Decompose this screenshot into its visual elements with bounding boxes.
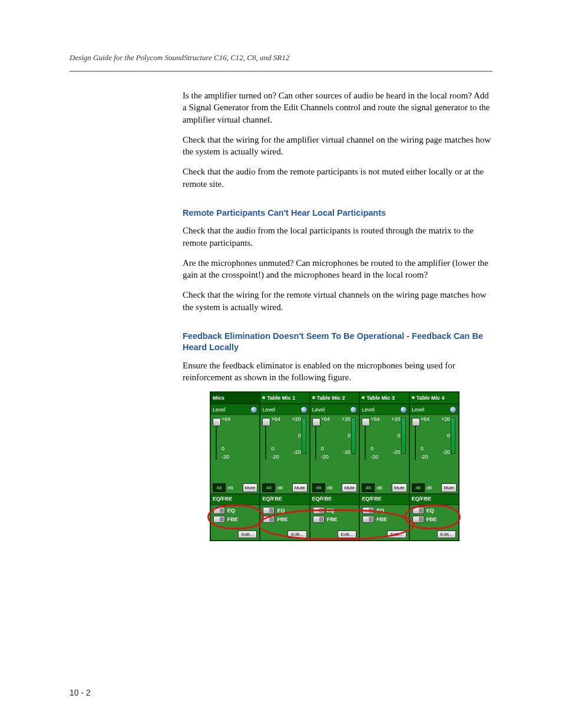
dot-icon (362, 396, 365, 399)
meter-scale: -20 (293, 449, 301, 455)
scale-label: +64 (371, 416, 379, 422)
expand-icon[interactable] (350, 406, 357, 413)
eq-body: EQ FBE Edit... (310, 505, 359, 540)
level-header[interactable]: Level (310, 404, 359, 415)
mute-button[interactable]: Mute (292, 483, 308, 492)
meter-scale: -20 (343, 449, 351, 455)
scale-label: -20 (421, 454, 428, 460)
channel-title: Table Mic 3 (360, 393, 408, 404)
meter-scale: -20 (442, 449, 450, 455)
channel-title: Mics (211, 393, 259, 404)
scale-label: +64 (271, 416, 280, 422)
channel-title-text: Table Mic 3 (366, 395, 395, 401)
eq-toggle-label: EQ (327, 508, 335, 513)
edit-button[interactable]: Edit... (437, 531, 456, 538)
fbe-toggle[interactable] (412, 516, 424, 523)
fader-thumb[interactable] (362, 418, 370, 426)
level-header[interactable]: Level (211, 404, 259, 415)
eq-toggle[interactable] (313, 507, 325, 514)
fbe-toggle[interactable] (213, 516, 225, 523)
fbe-toggle-label: FBE (376, 516, 387, 522)
gain-value[interactable]: 48 (262, 483, 275, 492)
fader-thumb[interactable] (412, 418, 420, 426)
mute-button[interactable]: Mute (342, 483, 357, 492)
scale-label: 0 (222, 446, 224, 452)
meter-scale: 0 (348, 433, 351, 439)
fbe-toggle[interactable] (263, 516, 275, 523)
eq-toggle[interactable] (213, 507, 225, 514)
level-label: Level (362, 407, 375, 413)
fader-thumb[interactable] (312, 418, 320, 426)
eq-toggle-label: EQ (227, 508, 235, 513)
mute-button[interactable]: Mute (243, 483, 258, 492)
section-heading-feedback: Feedback Elimination Doesn't Seem To Be … (183, 331, 495, 354)
scale-label: -20 (271, 454, 279, 460)
paragraph: Check that the wiring for the remote vir… (183, 289, 495, 313)
channel-strip-mic3: Table Mic 3 Level +64 0 -20 +20 0 -20 48… (359, 393, 408, 540)
fader-thumb[interactable] (213, 418, 221, 426)
eq-toggle[interactable] (412, 507, 424, 514)
unit-label: dB (277, 485, 283, 490)
fader-area: +64 0 -20 +20 0 -20 (360, 415, 408, 482)
mute-button[interactable]: Mute (441, 483, 457, 492)
unit-label: dB (227, 485, 233, 490)
eq-body: EQ FBE Edit... (410, 505, 458, 540)
edit-button[interactable]: Edit... (287, 531, 306, 538)
level-label: Level (262, 407, 275, 413)
eq-toggle[interactable] (263, 507, 275, 514)
fbe-toggle[interactable] (313, 516, 325, 523)
section-heading-remote: Remote Participants Can't Hear Local Par… (183, 207, 495, 219)
channel-footer: 48 dB Mute (211, 482, 259, 493)
running-head: Design Guide for the Polycom SoundStruct… (70, 53, 492, 62)
channel-title: Table Mic 2 (310, 393, 359, 404)
eq-body: EQ FBE Edit... (260, 505, 309, 540)
edit-button[interactable]: Edit... (238, 531, 257, 538)
eq-header: EQ/FBE (211, 493, 259, 505)
fbe-toggle-label: FBE (227, 516, 238, 522)
gain-value[interactable]: 48 (213, 483, 226, 492)
eq-toggle[interactable] (362, 507, 374, 514)
expand-icon[interactable] (300, 406, 308, 413)
eq-toggle-label: EQ (376, 508, 384, 513)
level-header[interactable]: Level (410, 404, 458, 415)
channel-title-text: Table Mic 1 (267, 395, 295, 401)
level-header[interactable]: Level (360, 404, 408, 415)
eq-header: EQ/FBE (360, 493, 408, 505)
meter-scale: +20 (342, 416, 351, 422)
expand-icon[interactable] (250, 406, 257, 413)
eq-header: EQ/FBE (260, 493, 309, 505)
mute-button[interactable]: Mute (392, 483, 407, 492)
eq-body: EQ FBE Edit... (211, 505, 259, 540)
expand-icon[interactable] (400, 406, 407, 413)
scale-label: +64 (321, 416, 330, 422)
scale-label: +64 (421, 416, 429, 422)
level-meter (302, 417, 306, 454)
meter-scale: +20 (391, 416, 400, 422)
channel-strip-mic1: Table Mic 1 Level +64 0 -20 +20 0 -20 48… (259, 393, 309, 540)
dot-icon (412, 396, 415, 399)
fader-thumb[interactable] (262, 418, 270, 426)
fader-area: +64 0 -20 +20 0 -20 (410, 415, 458, 482)
fbe-toggle-label: FBE (277, 516, 287, 522)
scale-label: 0 (371, 446, 373, 452)
paragraph: Ensure the feedback eliminator is enable… (183, 360, 495, 384)
body-column: Is the amplifier turned on? Can other so… (183, 90, 495, 383)
unit-label: dB (376, 485, 382, 490)
fbe-toggle[interactable] (362, 516, 374, 523)
gain-value[interactable]: 48 (312, 483, 325, 492)
edit-button[interactable]: Edit... (387, 531, 406, 538)
eq-header: EQ/FBE (410, 493, 458, 505)
channel-footer: 48 dB Mute (260, 482, 309, 493)
fader-area: +64 0 -20 (211, 415, 259, 482)
gain-value[interactable]: 48 (362, 483, 375, 492)
level-header[interactable]: Level (260, 404, 309, 415)
gain-value[interactable]: 48 (412, 483, 425, 492)
channel-strip-mic2: Table Mic 2 Level +64 0 -20 +20 0 -20 48… (309, 393, 359, 540)
scale-label: -20 (321, 454, 329, 460)
unit-label: dB (327, 485, 333, 490)
level-label: Level (213, 407, 226, 413)
channel-title: Table Mic 1 (260, 393, 309, 404)
scale-label: 0 (421, 446, 424, 452)
edit-button[interactable]: Edit... (338, 531, 356, 538)
expand-icon[interactable] (449, 406, 457, 413)
